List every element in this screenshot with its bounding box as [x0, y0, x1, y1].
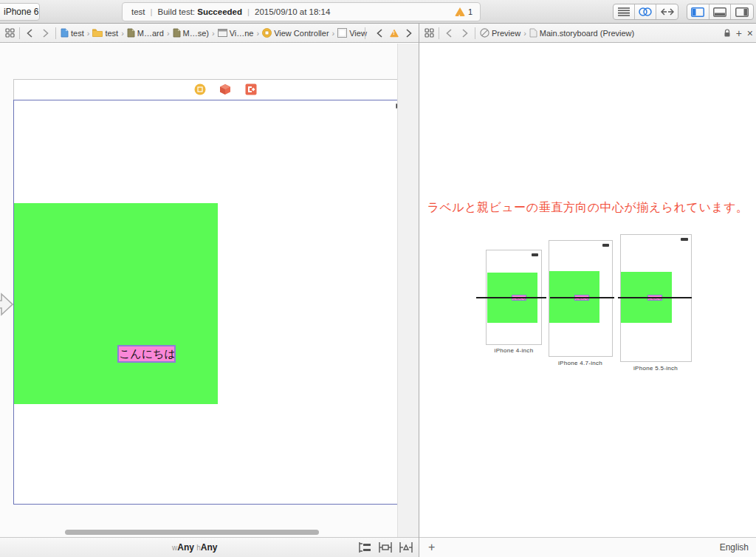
crumb-view-controller[interactable]: View Controller [262, 28, 329, 38]
view-controller-view[interactable]: こんにちは [13, 100, 411, 505]
preview-battery-icon [602, 244, 609, 247]
scene-icon [218, 29, 227, 37]
add-assistant-button[interactable]: + [736, 28, 742, 38]
storyboard-file-icon [173, 28, 181, 38]
folder-icon [92, 29, 103, 37]
main-toolbar: iPhone 6 test|Build test: Succeeded|2015… [0, 0, 756, 24]
assistant-editor-button[interactable] [635, 4, 656, 19]
preview-battery-icon [532, 253, 538, 256]
standard-editor-button[interactable] [614, 4, 635, 19]
activity-build-label: Build test: [158, 7, 196, 16]
preview-caption-55inch: iPhone 5.5-inch [619, 365, 693, 372]
forward-button[interactable] [41, 29, 51, 38]
debug-panel-toggle[interactable] [709, 4, 732, 19]
crumb-separator: › [84, 29, 93, 38]
activity-build-result: Succeeded [197, 7, 242, 16]
canvas-bottom-bar: wAny hAny [0, 537, 419, 557]
crumb-separator: › [164, 29, 173, 38]
first-responder-icon[interactable] [219, 83, 231, 95]
exit-segue-icon[interactable] [245, 83, 257, 95]
initial-view-controller-arrow[interactable] [0, 291, 14, 318]
crumb-storyboard-base[interactable]: M…se) [173, 28, 209, 38]
crumb-storyboard[interactable]: M…ard [127, 28, 164, 38]
height-class-value: Any [201, 542, 218, 553]
horizontal-scrollbar[interactable] [65, 530, 319, 535]
warning-icon [455, 7, 465, 16]
close-assistant-button[interactable]: × [747, 28, 753, 38]
version-editor-button[interactable] [656, 4, 678, 19]
vertical-scroller-area[interactable] [397, 44, 419, 537]
standard-editor-icon [618, 7, 630, 16]
related-items-icon[interactable] [424, 28, 434, 38]
crumb-separator: › [520, 29, 529, 38]
preview-pane: ラベルと親ビューの垂直方向の中心が揃えられています。 こんにちは iPhone … [419, 44, 756, 537]
back-button[interactable] [444, 29, 454, 38]
scene-dock [13, 79, 411, 100]
lock-icon[interactable] [724, 29, 731, 38]
scheme-selector[interactable]: iPhone 6 [0, 3, 40, 21]
previous-issue-button[interactable] [374, 29, 385, 38]
crumb-scene[interactable]: Vi…ne [218, 29, 254, 38]
view-toggle-buttons [687, 4, 754, 20]
issue-warning-icon [390, 29, 399, 37]
center-align-line [550, 297, 614, 298]
align-button[interactable] [379, 542, 392, 553]
jumpbar-divider [439, 27, 439, 39]
activity-separator: | [145, 7, 158, 16]
warning-count: 1 [468, 3, 472, 21]
assistant-editor-icon [639, 7, 652, 16]
preview-language-selector[interactable]: English [720, 542, 749, 553]
view-controller-icon [262, 28, 272, 38]
next-issue-button[interactable] [404, 29, 414, 38]
debug-panel-icon [713, 7, 726, 17]
stack-embed-button[interactable] [359, 542, 371, 553]
jumpbar-divider [55, 27, 56, 39]
inspector-panel-toggle[interactable] [731, 4, 753, 19]
jumpbar-divider [19, 27, 20, 39]
crumb-preview-mode[interactable]: Preview [480, 28, 520, 38]
width-class-value: Any [177, 542, 194, 553]
assistant-jump-bar: Preview › Main.storyboard (Preview) + × [419, 24, 756, 43]
inspector-panel-icon [735, 7, 749, 17]
scheme-label: iPhone 6 [4, 7, 38, 17]
navigator-panel-toggle[interactable] [687, 4, 709, 19]
back-button[interactable] [24, 29, 35, 38]
warning-badge[interactable]: 1 [455, 3, 472, 21]
navigator-panel-icon [691, 7, 704, 17]
forward-button[interactable] [460, 29, 470, 38]
project-file-icon [61, 28, 69, 38]
document-icon [529, 28, 537, 38]
storyboard-file-icon [127, 28, 135, 38]
crumb-preview-file[interactable]: Main.storyboard (Preview) [529, 28, 634, 38]
green-subview[interactable]: こんにちは [14, 203, 218, 404]
preview-caption-47inch: iPhone 4.7-inch [543, 360, 617, 366]
activity-separator2: | [242, 7, 255, 16]
resolve-issues-button[interactable] [399, 542, 413, 553]
editor-mode-buttons [613, 4, 678, 20]
preview-icon [480, 28, 489, 38]
crumb-separator: › [209, 29, 218, 38]
jumpbar-divider [365, 27, 365, 39]
assistant-pane-tools: + × [724, 24, 753, 42]
related-items-icon[interactable] [4, 28, 15, 38]
annotation-text: ラベルと親ビューの垂直方向の中心が揃えられています。 [419, 200, 756, 216]
preview-bottom-bar: + English [419, 537, 756, 557]
activity-timestamp: 2015/09/10 at 18:14 [255, 7, 330, 16]
version-editor-icon [661, 8, 674, 16]
issue-navigation [360, 24, 414, 42]
view-controller-dock-icon[interactable] [194, 83, 206, 95]
crumb-project[interactable]: test [61, 28, 84, 38]
editor-jump-bar: test › test › M…ard › M…se) › Vi…ne › Vi… [0, 24, 419, 43]
add-preview-device-button[interactable]: + [428, 541, 435, 554]
hello-label[interactable]: こんにちは [117, 345, 176, 363]
view-icon [337, 28, 347, 38]
preview-caption-4inch: iPhone 4-inch [477, 347, 551, 354]
crumb-separator: › [329, 29, 338, 38]
activity-viewer: test|Build test: Succeeded|2015/09/10 at… [122, 2, 481, 21]
crumb-separator: › [254, 29, 263, 38]
center-align-line [476, 297, 546, 298]
center-align-line [618, 297, 692, 298]
preview-battery-icon [681, 238, 688, 241]
crumb-folder[interactable]: test [92, 29, 118, 38]
size-class-control[interactable]: wAny hAny [172, 542, 217, 553]
